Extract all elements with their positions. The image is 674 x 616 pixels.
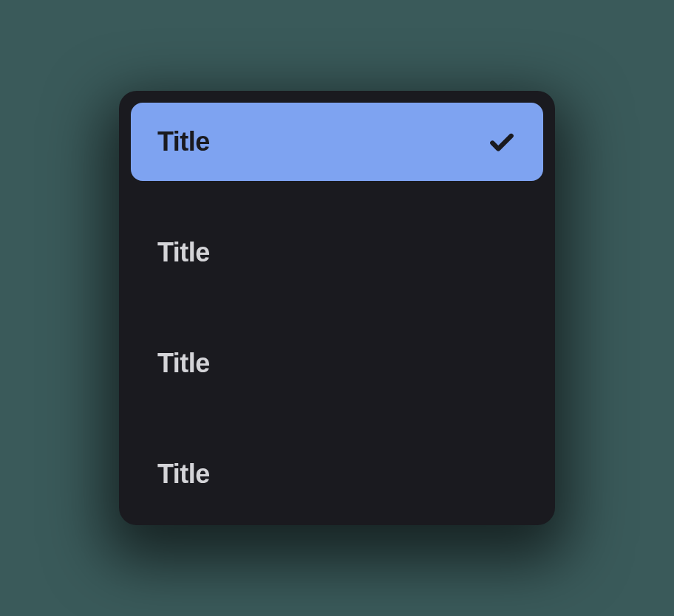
menu-item-label: Title [157,348,210,379]
menu-item-label: Title [157,459,210,490]
menu-item-label: Title [157,126,210,157]
menu-item-4[interactable]: Title [131,435,543,513]
menu-card: Title Title Title Title [119,91,555,525]
check-icon [487,127,517,157]
spacer [131,181,543,213]
menu-item-2[interactable]: Title [131,213,543,292]
spacer [131,403,543,435]
menu-item-3[interactable]: Title [131,324,543,403]
menu-item-1[interactable]: Title [131,103,543,181]
menu-item-label: Title [157,237,210,268]
spacer [131,292,543,324]
